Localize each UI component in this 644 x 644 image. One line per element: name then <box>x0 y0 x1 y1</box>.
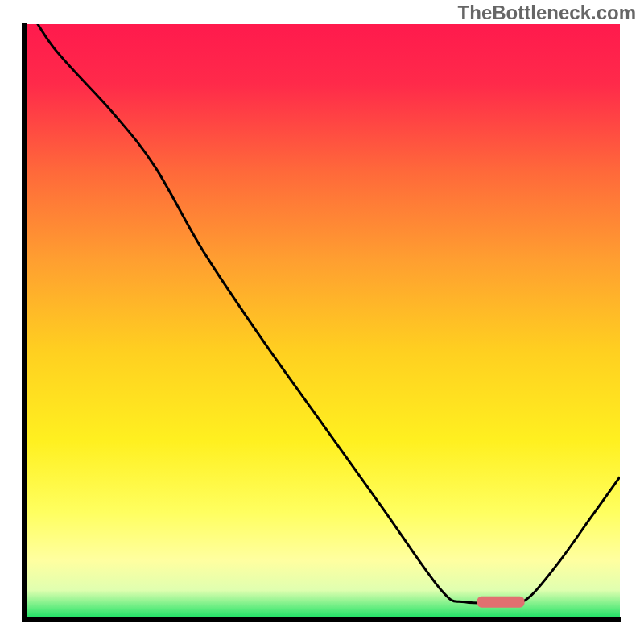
bottleneck-chart <box>0 0 644 644</box>
chart-container: TheBottleneck.com <box>0 0 644 644</box>
optimal-marker <box>477 597 524 608</box>
watermark-text: TheBottleneck.com <box>458 2 636 24</box>
